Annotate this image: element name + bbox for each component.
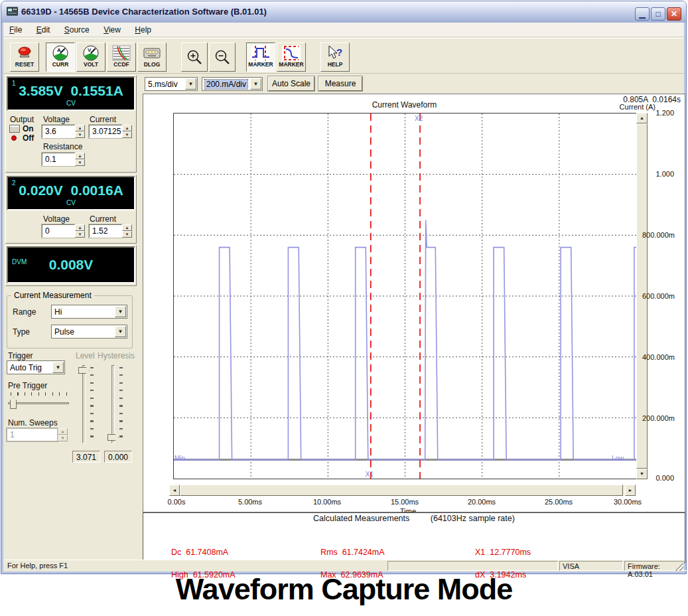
close-icon: ✕ xyxy=(671,9,677,19)
plot-area[interactable] xyxy=(173,113,637,479)
hysteresis-slider[interactable] xyxy=(111,365,115,443)
chevron-down-icon[interactable]: ▼ xyxy=(52,362,64,373)
time-per-div-combo[interactable]: 5.ms/div ▼ xyxy=(145,77,198,91)
pre-trigger-thumb[interactable] xyxy=(10,397,17,409)
auto-scale-button[interactable]: Auto Scale xyxy=(268,76,314,91)
pre-trigger-label: Pre Trigger xyxy=(8,381,47,390)
maximize-button[interactable]: □ xyxy=(651,7,665,21)
close-button[interactable]: ✕ xyxy=(667,7,681,21)
type-label: Type xyxy=(13,327,30,337)
spinner-down-icon[interactable]: ▼ xyxy=(75,159,85,166)
ch2-current-input[interactable]: 1.52 xyxy=(89,224,122,238)
current-waveform-button[interactable]: A CURR xyxy=(46,42,75,72)
menu-file[interactable]: File xyxy=(3,23,28,37)
status-progress-panel xyxy=(387,561,558,571)
num-sweeps-input[interactable]: 1 xyxy=(7,428,58,441)
spinner-down-icon[interactable]: ▼ xyxy=(58,435,68,441)
output-on-switch-icon[interactable] xyxy=(9,125,20,133)
pre-trigger-slider[interactable] xyxy=(8,402,69,404)
datalog-button[interactable]: DLOG xyxy=(137,42,167,72)
current-gauge-icon: A xyxy=(51,45,70,61)
level-value: 3.071 xyxy=(72,451,100,463)
chevron-down-icon[interactable]: ▼ xyxy=(115,306,126,317)
ch1-current-spinner[interactable]: ▲▼ xyxy=(122,125,132,138)
level-slider[interactable] xyxy=(82,365,86,443)
status-help-text: For Help, press F1 xyxy=(5,561,70,571)
x-tick: 25.00ms xyxy=(545,498,573,506)
help-button[interactable]: ? HELP xyxy=(320,42,350,72)
output-off-led-icon[interactable] xyxy=(11,135,17,141)
current-per-div-combo[interactable]: 200.mA/div ▼ xyxy=(202,77,263,91)
arrow-left-icon: ◄ xyxy=(172,488,177,493)
spinner-up-icon[interactable]: ▲ xyxy=(122,125,132,131)
menu-help[interactable]: Help xyxy=(129,23,157,37)
title-bar[interactable]: 66319D - 14565B Device Characterization … xyxy=(1,1,686,23)
hysteresis-slider-thumb[interactable] xyxy=(107,434,119,441)
channel1-mode: CV xyxy=(8,100,134,107)
ch2-current-spinner[interactable]: ▲▼ xyxy=(122,224,132,238)
marker-on-button[interactable]: MARKER xyxy=(246,42,275,72)
x-tick: 20.00ms xyxy=(468,498,496,506)
zoom-in-icon xyxy=(185,49,204,65)
horizontal-scrollbar[interactable]: ◄ ► xyxy=(169,485,636,496)
spinner-up-icon[interactable]: ▲ xyxy=(75,125,85,131)
chevron-down-icon[interactable]: ▼ xyxy=(250,78,261,90)
hysteresis-slider-ticks xyxy=(119,367,123,443)
resistance-input[interactable]: 0.1 xyxy=(42,153,75,166)
scroll-right-button[interactable]: ► xyxy=(625,485,636,496)
resize-grip[interactable] xyxy=(675,562,683,571)
marker-x1-label[interactable]: X1 xyxy=(366,471,374,478)
output-on-label[interactable]: On xyxy=(23,124,34,133)
ch2-voltage-input[interactable]: 0 xyxy=(42,224,75,238)
horizontal-scrollbar-thumb[interactable] xyxy=(180,485,623,496)
chevron-down-icon[interactable]: ▼ xyxy=(185,78,196,90)
hysteresis-value: 0.000 xyxy=(104,451,132,463)
range-combo[interactable]: Hi ▼ xyxy=(51,305,127,319)
chevron-down-icon[interactable]: ▼ xyxy=(115,326,126,337)
spinner-up-icon[interactable]: ▲ xyxy=(75,153,85,159)
zoom-out-icon xyxy=(213,49,232,65)
window-edge-left xyxy=(1,23,3,574)
min-annotation-label: Min xyxy=(174,455,185,462)
waveform-plot xyxy=(174,114,636,479)
channel1-display: 1 3.585V 0.1551A CV xyxy=(7,76,135,111)
output-off-label[interactable]: Off xyxy=(23,133,34,143)
minimize-button[interactable]: ▁ xyxy=(635,7,650,21)
spinner-down-icon[interactable]: ▼ xyxy=(75,231,85,238)
menu-view[interactable]: View xyxy=(98,23,127,37)
menu-source[interactable]: Source xyxy=(58,23,96,37)
marker-off-icon xyxy=(282,45,301,61)
ch2-voltage-spinner[interactable]: ▲▼ xyxy=(75,224,85,238)
x-tick: 15.00ms xyxy=(391,498,419,506)
y-tick: 800.000m xyxy=(642,231,674,239)
spinner-down-icon[interactable]: ▼ xyxy=(122,231,132,238)
menu-edit[interactable]: Edit xyxy=(31,23,56,37)
marker-on-icon xyxy=(251,45,270,61)
spinner-up-icon[interactable]: ▲ xyxy=(75,224,85,231)
reset-button[interactable]: RESET xyxy=(10,42,39,72)
ccdf-button[interactable]: CCDF xyxy=(107,42,136,72)
spinner-down-icon[interactable]: ▼ xyxy=(122,131,132,138)
voltage-waveform-button[interactable]: V VOLT xyxy=(76,42,105,72)
spinner-down-icon[interactable]: ▼ xyxy=(75,131,85,138)
ch1-voltage-input[interactable]: 3.6 xyxy=(42,125,75,138)
zoom-in-button[interactable] xyxy=(181,42,208,72)
scroll-left-button[interactable]: ◄ xyxy=(169,485,180,496)
spinner-up-icon[interactable]: ▲ xyxy=(122,224,132,231)
x-tick: 30.00ms xyxy=(614,498,642,506)
trigger-combo[interactable]: Auto Trig ▼ xyxy=(7,360,65,374)
level-slider-thumb[interactable] xyxy=(78,367,90,374)
zoom-out-button[interactable] xyxy=(209,42,236,72)
type-combo[interactable]: Pulse ▼ xyxy=(51,325,127,339)
ch1-voltage-spinner[interactable]: ▲▼ xyxy=(75,125,85,138)
resistance-spinner[interactable]: ▲▼ xyxy=(75,153,85,166)
marker-off-button[interactable]: MARKER xyxy=(277,42,306,72)
sample-rate: (64103Hz sample rate) xyxy=(431,514,515,523)
ch1-current-input[interactable]: 3.07125 xyxy=(89,125,122,138)
ch2-current-label: Current xyxy=(90,214,116,224)
level-slider-ticks xyxy=(90,367,94,443)
num-sweeps-spinner[interactable]: ▲▼ xyxy=(58,428,68,441)
measure-button[interactable]: Measure xyxy=(318,76,362,91)
spinner-up-icon[interactable]: ▲ xyxy=(58,428,68,435)
marker-x2-label[interactable]: X2 xyxy=(415,115,423,122)
